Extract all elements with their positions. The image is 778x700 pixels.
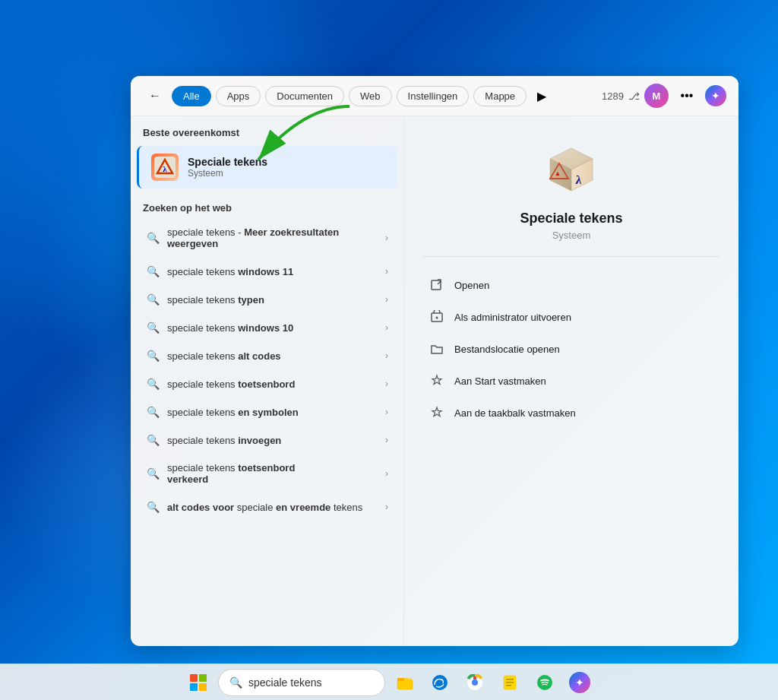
back-button[interactable]: ←	[143, 84, 167, 108]
header-icons: M ••• ✦	[644, 84, 726, 108]
app-preview-icon: λ ▲	[541, 139, 602, 200]
web-search-text: speciale tekens invoegen	[167, 435, 378, 446]
file-location-label: Bestandslocatie openen	[454, 344, 560, 355]
svg-point-17	[472, 679, 478, 686]
taskbar-files[interactable]	[495, 667, 525, 698]
taskbar-edge[interactable]	[425, 667, 455, 698]
svg-rect-20	[506, 682, 514, 683]
web-search-label: Zoeken op het web	[131, 192, 403, 218]
taskbar-file-explorer[interactable]	[390, 667, 420, 698]
list-item[interactable]: 🔍 speciale tekens toetsenbordverkeerd ›	[134, 455, 400, 493]
best-match-text: Speciale tekens Systeem	[188, 156, 385, 179]
list-item[interactable]: 🔍 speciale tekens en symbolen ›	[134, 398, 400, 426]
windows-logo-icon	[190, 674, 207, 691]
filter-alle[interactable]: Alle	[172, 86, 211, 106]
search-icon: 🔍	[146, 378, 160, 390]
list-item[interactable]: 🔍 speciale tekens windows 10 ›	[134, 314, 400, 341]
filter-mappe[interactable]: Mappe	[473, 86, 527, 106]
search-icon: 🔍	[146, 406, 160, 418]
web-search-text: speciale tekens windows 10	[167, 322, 378, 334]
filter-web[interactable]: Web	[349, 86, 392, 106]
filter-apps[interactable]: Apps	[216, 86, 261, 106]
charmap-svg: λ ▲	[544, 142, 599, 197]
taskbar-copilot[interactable]: ✦	[565, 667, 595, 698]
chevron-right-icon: ›	[385, 502, 388, 512]
svg-text:▲: ▲	[555, 169, 561, 177]
filter-documenten[interactable]: Documenten	[265, 86, 344, 106]
filter-more-button[interactable]: ▶	[531, 85, 552, 106]
web-search-text: alt codes voor speciale en vreemde teken…	[167, 502, 378, 513]
file-location-action[interactable]: Bestandslocatie openen	[422, 333, 720, 365]
pin-start-action[interactable]: Aan Start vastmaken	[422, 365, 720, 397]
app-preview-name: Speciale tekens	[520, 211, 622, 226]
search-icon: 🔍	[146, 467, 160, 480]
list-item[interactable]: 🔍 speciale tekens invoegen ›	[134, 426, 400, 454]
list-item[interactable]: 🔍 speciale tekens toetsenbord ›	[134, 370, 400, 398]
web-search-text: speciale tekens alt codes	[167, 350, 378, 362]
chevron-right-icon: ›	[385, 468, 388, 479]
user-avatar[interactable]: M	[644, 84, 669, 108]
open-action[interactable]: Openen	[422, 269, 720, 301]
list-item[interactable]: 🔍 speciale tekens typen ›	[134, 286, 400, 313]
filter-bar: ← Alle Apps Documenten Web Instellingen …	[131, 76, 738, 116]
app-icon: λ	[151, 154, 179, 181]
search-panel: ← Alle Apps Documenten Web Instellingen …	[131, 76, 738, 646]
open-label: Openen	[454, 280, 489, 291]
left-panel: Beste overeenkomst λ Speciale tekens Sys…	[131, 116, 404, 646]
chevron-right-icon: ›	[385, 266, 388, 277]
right-panel: λ ▲ Speciale tekens Systeem	[404, 116, 738, 646]
taskbar-chrome[interactable]	[460, 667, 490, 698]
copilot-taskbar-icon: ✦	[569, 672, 590, 693]
admin-icon	[429, 309, 445, 325]
list-item[interactable]: 🔍 alt codes voor speciale en vreemde tek…	[134, 493, 400, 521]
svg-point-11	[436, 317, 438, 319]
svg-rect-14	[397, 678, 404, 681]
admin-label: Als administrator uitvoeren	[454, 312, 571, 323]
filter-instellingen[interactable]: Instellingen	[397, 86, 470, 106]
main-content: Beste overeenkomst λ Speciale tekens Sys…	[131, 116, 738, 646]
list-item[interactable]: 🔍 speciale tekens - Meer zoekresultaten …	[134, 219, 400, 257]
start-button[interactable]	[183, 667, 213, 698]
chevron-right-icon: ›	[385, 350, 388, 361]
taskbar-search-icon: 🔍	[229, 676, 242, 689]
svg-rect-19	[506, 679, 514, 680]
copilot-icon[interactable]: ✦	[705, 85, 726, 106]
admin-action[interactable]: Als administrator uitvoeren	[422, 301, 720, 333]
pin-taskbar-action[interactable]: Aan de taakbalk vastmaken	[422, 397, 720, 429]
best-match-subtitle: Systeem	[188, 168, 385, 179]
list-item[interactable]: 🔍 speciale tekens windows 11 ›	[134, 258, 400, 285]
search-icon: 🔍	[146, 434, 160, 446]
taskbar-search-text: speciale tekens	[248, 676, 322, 689]
search-icon: 🔍	[146, 350, 160, 362]
chevron-right-icon: ›	[385, 435, 388, 445]
best-match-name: Speciale tekens	[188, 156, 385, 168]
web-search-text: speciale tekens en symbolen	[167, 407, 378, 418]
svg-text:λ: λ	[163, 164, 167, 173]
divider	[422, 256, 720, 257]
web-search-text: speciale tekens toetsenbord	[167, 379, 378, 390]
taskbar-search-bar[interactable]: 🔍 speciale tekens	[218, 669, 385, 696]
chevron-right-icon: ›	[385, 294, 388, 305]
search-icon: 🔍	[146, 501, 160, 513]
best-match-label: Beste overeenkomst	[131, 116, 403, 143]
pin-start-label: Aan Start vastmaken	[454, 375, 546, 387]
chevron-right-icon: ›	[385, 233, 388, 243]
best-match-item[interactable]: λ Speciale tekens Systeem	[137, 146, 397, 188]
taskbar-spotify[interactable]	[530, 667, 560, 698]
more-options-button[interactable]: •••	[675, 84, 699, 108]
git-icon: ⎇	[628, 90, 640, 102]
chevron-right-icon: ›	[385, 322, 388, 333]
search-icon: 🔍	[146, 293, 160, 306]
chevron-right-icon: ›	[385, 407, 388, 417]
search-icon: 🔍	[146, 265, 160, 277]
folder-icon	[429, 340, 445, 357]
chevron-right-icon: ›	[385, 379, 388, 389]
taskbar: 🔍 speciale tekens	[0, 664, 778, 700]
list-item[interactable]: 🔍 speciale tekens alt codes ›	[134, 342, 400, 369]
result-count: 1289 ⎇	[602, 90, 640, 102]
web-search-text: speciale tekens toetsenbordverkeerd	[167, 462, 378, 485]
pin-taskbar-label: Aan de taakbalk vastmaken	[454, 407, 576, 419]
search-icon: 🔍	[146, 232, 160, 244]
pin-taskbar-icon	[429, 404, 445, 421]
web-search-text: speciale tekens windows 11	[167, 266, 378, 277]
